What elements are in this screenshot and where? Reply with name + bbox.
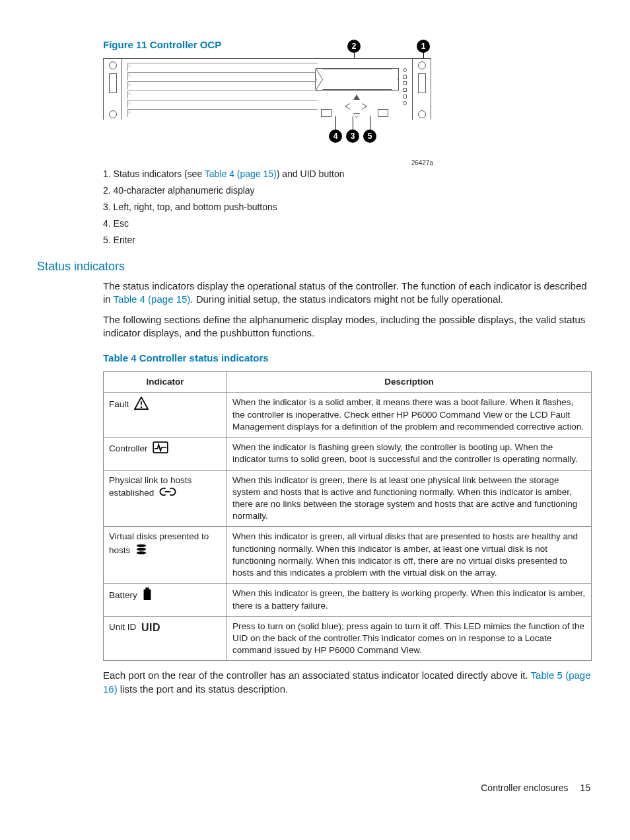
svg-point-5 (137, 547, 146, 550)
callout-item: 4. Esc (103, 217, 593, 230)
controller-ocp-device (103, 58, 431, 122)
indicator-label: Virtual disks presented to hosts (109, 531, 209, 554)
body-paragraph: The status indicators display the operat… (103, 280, 593, 307)
callout-lead (335, 116, 336, 131)
vent-grille (127, 63, 318, 117)
callout-text: ) and UID button (277, 169, 345, 179)
up-arrow-icon (353, 95, 360, 100)
indicator-cell: Fault (104, 393, 227, 438)
right-arrow-icon (362, 103, 367, 110)
table-row: Controller When the indicator is flashin… (104, 438, 592, 470)
alphanumeric-display (316, 68, 399, 91)
indicator-label: Controller (109, 443, 148, 453)
section-heading-status-indicators: Status indicators (37, 258, 593, 274)
table-header-indicator: Indicator (104, 372, 227, 393)
left-arrow-icon (345, 103, 350, 110)
indicator-label: Battery (109, 590, 137, 600)
callout-lead (370, 116, 370, 131)
footer-page-number: 15 (580, 783, 590, 793)
description-cell: When this indicator is green, the batter… (227, 584, 592, 616)
indicator-cell: Virtual disks presented to hosts (104, 527, 227, 584)
esc-button-icon (321, 109, 332, 117)
description-cell: Press to turn on (solid blue); press aga… (227, 616, 592, 661)
indicator-cell: Battery (104, 584, 227, 616)
callout-item: 5. Enter (103, 234, 593, 247)
table-row: Physical link to hosts established When … (104, 470, 592, 527)
svg-rect-7 (145, 588, 149, 590)
figure-code: 26427a (411, 159, 433, 168)
right-ear (412, 59, 431, 121)
svg-rect-8 (143, 590, 151, 600)
para-text: Each port on the rear of the controller … (103, 669, 531, 681)
disks-icon (135, 543, 147, 558)
left-ear (104, 59, 122, 121)
indicator-cell: Controller (104, 438, 227, 470)
table-caption: Table 4 Controller status indicators (103, 352, 593, 365)
down-arrow-icon (353, 113, 360, 118)
indicator-label: Physical link to hosts established (109, 475, 192, 498)
footer-section: Controller enclosures (481, 783, 568, 793)
callout-bubble-5: 5 (363, 130, 376, 143)
description-cell: When this indicator is green, there is a… (227, 470, 592, 527)
svg-point-4 (137, 544, 146, 547)
body-paragraph: The following sections define the alphan… (103, 313, 593, 340)
battery-icon (143, 588, 152, 604)
indicator-cell: Unit ID UID (104, 616, 227, 661)
status-indicator-dots (402, 68, 408, 105)
table-4-link[interactable]: Table 4 (page 15) (114, 293, 191, 305)
table-row: Fault When the indicator is a solid ambe… (104, 393, 592, 438)
callout-bubble-4: 4 (329, 130, 342, 143)
callout-bubble-3: 3 (346, 130, 359, 143)
description-cell: When the indicator is a solid amber, it … (227, 393, 592, 438)
callout-item: 3. Left, right, top, and bottom push-but… (103, 201, 593, 213)
figure-callout-list: 1. Status indicators (see Table 4 (page … (103, 168, 593, 246)
callout-lead (353, 116, 353, 131)
nav-pushbuttons (337, 95, 375, 118)
callout-item: 1. Status indicators (see Table 4 (page … (103, 168, 593, 180)
indicator-label: Unit ID (109, 622, 136, 632)
body-paragraph: Each port on the rear of the controller … (103, 669, 593, 696)
table-header-description: Description (227, 372, 592, 393)
para-text: lists the port and its status descriptio… (118, 683, 288, 695)
controller-status-indicators-table: Indicator Description Fault When the ind… (103, 371, 592, 661)
table-row: Virtual disks presented to hosts When th… (104, 527, 592, 584)
fault-icon (134, 397, 149, 413)
page-footer: Controller enclosures 15 (37, 782, 593, 794)
table-4-link[interactable]: Table 4 (page 15) (205, 169, 277, 179)
uid-icon: UID (141, 621, 160, 635)
callout-text: 1. Status indicators (see (103, 169, 205, 179)
description-cell: When this indicator is green, all virtua… (227, 527, 592, 584)
svg-point-6 (137, 551, 146, 554)
heartbeat-icon (153, 441, 168, 457)
svg-point-1 (141, 406, 143, 408)
table-row: Unit ID UID Press to turn on (solid blue… (104, 616, 592, 661)
link-icon (159, 486, 176, 500)
figure-diagram: 2 1 4 3 5 26427a (103, 58, 446, 122)
enter-button-icon (378, 109, 388, 117)
description-cell: When the indicator is flashing green slo… (227, 438, 592, 470)
callout-item: 2. 40-character alphanumeric display (103, 184, 593, 197)
indicator-cell: Physical link to hosts established (104, 470, 227, 527)
indicator-label: Fault (109, 400, 129, 410)
para-text: . During initial setup, the status indic… (190, 293, 503, 305)
table-row: Battery When this indicator is green, th… (104, 584, 592, 616)
